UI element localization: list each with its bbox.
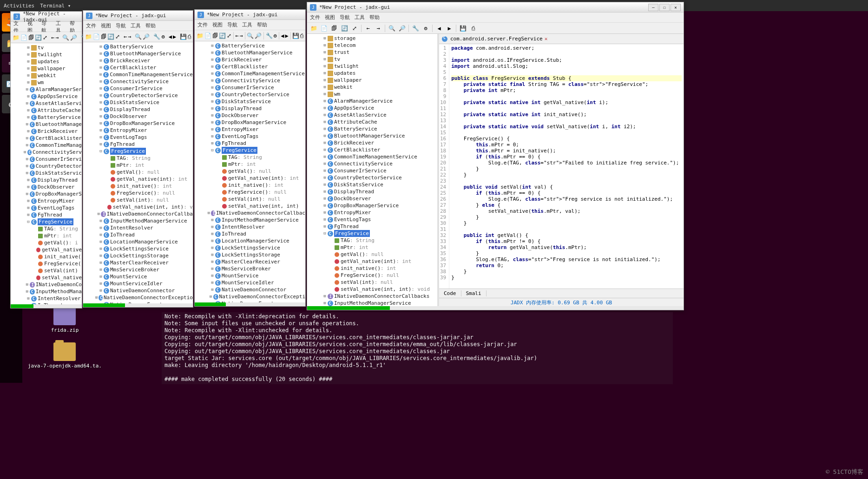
tree-node[interactable]: setVal_native(int, int): [195, 203, 305, 210]
tree-node[interactable]: ⊞CertBlacklister: [195, 63, 305, 70]
tree-node[interactable]: ⊞IntentResolver: [83, 224, 193, 231]
menu-help[interactable]: 帮助: [145, 22, 156, 29]
toolbar-button[interactable]: ←: [124, 32, 127, 41]
menubar[interactable]: 文件 视图 导航 工具 帮助: [83, 21, 193, 31]
tree-node[interactable]: ⊞MmsServiceBroker: [195, 265, 305, 272]
toolbar-button[interactable]: ⤢: [350, 24, 359, 33]
tree-node[interactable]: ⊞InputMethodManagerService: [195, 217, 305, 223]
menubar[interactable]: 文件 视图 导航 工具 帮助: [195, 20, 305, 30]
tree-node[interactable]: ⊞DropBoxManagerS: [11, 190, 82, 197]
menu-tools[interactable]: 工具: [355, 14, 365, 21]
toolbar-button[interactable]: ◀: [434, 24, 444, 33]
tree-node[interactable]: setVal(int): [11, 267, 82, 274]
menu-nav[interactable]: 导航: [340, 14, 350, 21]
tree-node[interactable]: ⊞twilight: [307, 63, 437, 70]
toolbar-button[interactable]: 📁: [85, 32, 92, 41]
tree-node[interactable]: init_native() : int: [307, 265, 437, 272]
code-text[interactable]: package com.android.server; import andro…: [449, 44, 684, 289]
toolbar-button[interactable]: 📄: [204, 31, 211, 40]
tree-node[interactable]: ⊞NativeDaemonConnectorExceptio: [83, 294, 193, 301]
tree-node[interactable]: ⊞LockSettingsStorage: [195, 251, 305, 258]
tree-node[interactable]: ⊞EntropyMixer: [83, 127, 193, 134]
tree-node[interactable]: ⊞CountryDetectorService: [195, 91, 305, 98]
tree-node[interactable]: ⊞DropBoxManagerService: [307, 202, 437, 209]
tree-node[interactable]: ⊞LockSettingsService: [195, 244, 305, 251]
tree-node[interactable]: ⊞EntropyMixer: [307, 209, 437, 216]
class-tree[interactable]: ⊞BatteryService⊞BluetoothManagerService⊞…: [83, 42, 193, 303]
tree-node[interactable]: ⊞EntropyMixer: [195, 126, 305, 133]
tree-node[interactable]: ⊞CountryDetectorService: [83, 92, 193, 99]
tree-node[interactable]: setVal_native(int, int) : v: [83, 203, 193, 210]
tree-node[interactable]: FregService() : null: [83, 190, 193, 197]
tree-node[interactable]: ⊞EventLogTags: [307, 216, 437, 223]
menubar[interactable]: 文件 视图 导航 工具 帮助: [11, 22, 82, 32]
tab-code[interactable]: Code: [439, 290, 461, 296]
tree-node[interactable]: ⊞AlarmManagerService: [307, 98, 437, 105]
toolbar-button[interactable]: →: [128, 32, 131, 41]
tree-node[interactable]: setVal(int) : null: [195, 196, 305, 203]
tree-node[interactable]: ⊞trust: [307, 49, 437, 56]
tree-node[interactable]: ⊞FgThread: [83, 141, 193, 148]
tree-node[interactable]: ⊞AssetAtlasServi: [11, 100, 82, 107]
tree-node[interactable]: getVal() : null: [195, 168, 305, 175]
toolbar-button[interactable]: ⤢: [227, 31, 231, 40]
tree-node[interactable]: ⊞MasterClearReceiver: [83, 259, 193, 266]
tree-node[interactable]: ⊞DisplayThread: [195, 105, 305, 112]
tree-node[interactable]: getVal_native(int) : int: [195, 175, 305, 182]
toolbar-button[interactable]: ←: [235, 31, 238, 40]
tree-node[interactable]: ⊞ConsumerIrService: [83, 85, 193, 92]
tree-node[interactable]: ⊞BatteryService: [83, 43, 193, 50]
toolbar-button[interactable]: ⚙: [421, 24, 430, 33]
menu-nav[interactable]: 导航: [41, 20, 51, 34]
menu-view[interactable]: 视图: [27, 20, 37, 34]
tree-node[interactable]: ⊞FgThread: [195, 140, 305, 147]
tree-node[interactable]: ⊞DisplayThread: [83, 106, 193, 113]
tree-node[interactable]: ⊞BrickReceiver: [195, 56, 305, 63]
tree-node[interactable]: setVal(int) : null: [83, 197, 193, 203]
tree-node[interactable]: ⊞ConsumerIrServi: [11, 156, 82, 163]
tree-node[interactable]: mPtr : int: [195, 161, 305, 168]
toolbar-button[interactable]: ▶: [285, 31, 288, 40]
tree-node[interactable]: getVal() : null: [307, 251, 437, 258]
tree-node[interactable]: TAG : String: [307, 237, 437, 244]
tree-node[interactable]: ⊞telecom: [307, 42, 437, 49]
close-tab-icon[interactable]: ✕: [545, 36, 548, 42]
tree-node[interactable]: ⊞IntentResolver: [195, 223, 305, 230]
tree-node[interactable]: ⊞DisplayThread: [11, 177, 82, 184]
menu-help[interactable]: 帮助: [257, 21, 267, 28]
toolbar-button[interactable]: 🔄: [107, 32, 114, 41]
toolbar-button[interactable]: 🔎: [255, 31, 262, 40]
toolbar-button[interactable]: 🔎: [70, 33, 77, 42]
tree-node[interactable]: ⊞INativeDaemonConnectorCallbacks: [307, 293, 437, 300]
tree-node[interactable]: ⊞DiskStatsServic: [11, 170, 82, 177]
tree-node[interactable]: ⊞BatteryService: [11, 114, 82, 121]
desktop-icon-jdk[interactable]: java-7-openjdk-amd64.ta.: [28, 342, 102, 369]
toolbar-button[interactable]: ←: [363, 24, 373, 33]
tree-node[interactable]: ⊞LockSettingsService: [83, 245, 193, 252]
tree-node[interactable]: ⊞AssetAtlasService: [307, 112, 437, 118]
titlebar[interactable]: J *New Project - jadx-gui: [195, 10, 305, 20]
tree-node[interactable]: getVal() : i: [11, 239, 82, 246]
tree-node[interactable]: ⊞DropBoxManagerService: [195, 119, 305, 126]
tree-node[interactable]: mPtr : int: [83, 162, 193, 169]
toolbar-button[interactable]: 🗐: [212, 31, 218, 40]
menu-tools[interactable]: 工具: [131, 22, 141, 29]
tree-node[interactable]: TAG : String: [11, 225, 82, 232]
tree-node[interactable]: init_native() : int: [195, 182, 305, 189]
toolbar-button[interactable]: ▶: [445, 24, 454, 33]
toolbar-button[interactable]: →: [55, 33, 59, 42]
tree-node[interactable]: ⊞wallpaper: [307, 77, 437, 84]
toolbar-button[interactable]: 🔄: [219, 31, 226, 40]
toolbar-button[interactable]: 🗐: [28, 33, 34, 42]
tree-node[interactable]: ⊞wallpaper: [11, 65, 82, 72]
toolbar-button[interactable]: 🔍: [62, 33, 69, 42]
tree-node[interactable]: ⊞BrickReceiver: [83, 57, 193, 64]
tree-node[interactable]: ⊞NativeDaemonConnectorExcepti: [195, 293, 305, 300]
menu-view[interactable]: 视图: [212, 21, 223, 28]
tree-node[interactable]: ⊞EventLogTags: [195, 133, 305, 140]
tree-node[interactable]: ⊞tv: [307, 56, 437, 63]
tree-node[interactable]: ⊟FregService: [11, 218, 82, 225]
tree-node[interactable]: ⊞EventLogTags: [83, 134, 193, 141]
tree-node[interactable]: ⊞AppOpsService: [11, 93, 82, 100]
tree-node[interactable]: ⊞AppOpsService: [307, 105, 437, 112]
